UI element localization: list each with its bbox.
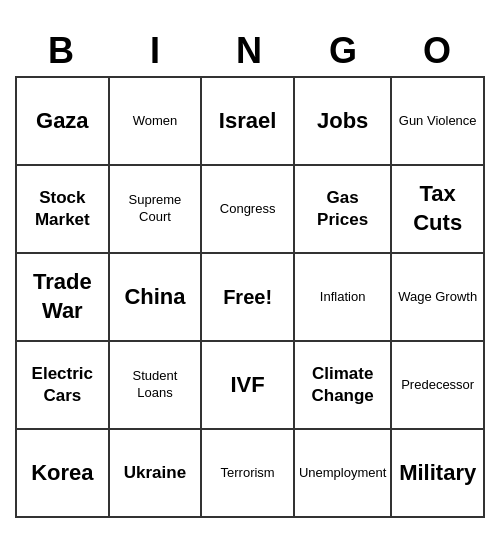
bingo-cell: Wage Growth [392,254,485,342]
bingo-cell: Israel [202,78,295,166]
bingo-cell: Student Loans [110,342,203,430]
bingo-cell: IVF [202,342,295,430]
bingo-cell: Terrorism [202,430,295,518]
bingo-header: BINGO [15,26,485,76]
bingo-cell: Jobs [295,78,392,166]
bingo-cell: Stock Market [17,166,110,254]
bingo-cell: China [110,254,203,342]
bingo-cell: Electric Cars [17,342,110,430]
bingo-cell: Korea [17,430,110,518]
bingo-cell: Supreme Court [110,166,203,254]
bingo-cell: Congress [202,166,295,254]
bingo-cell: Climate Change [295,342,392,430]
bingo-cell: Predecessor [392,342,485,430]
bingo-cell: Inflation [295,254,392,342]
bingo-cell: Free! [202,254,295,342]
bingo-cell: Ukraine [110,430,203,518]
bingo-cell: Gaza [17,78,110,166]
bingo-cell: Unemployment [295,430,392,518]
bingo-cell: Women [110,78,203,166]
bingo-cell: Military [392,430,485,518]
header-letter: B [15,26,109,76]
bingo-cell: Trade War [17,254,110,342]
header-letter: G [297,26,391,76]
bingo-grid: GazaWomenIsraelJobsGun ViolenceStock Mar… [15,76,485,518]
bingo-cell: Gas Prices [295,166,392,254]
bingo-cell: Tax Cuts [392,166,485,254]
bingo-cell: Gun Violence [392,78,485,166]
header-letter: I [109,26,203,76]
header-letter: O [391,26,485,76]
header-letter: N [203,26,297,76]
bingo-card: BINGO GazaWomenIsraelJobsGun ViolenceSto… [15,26,485,518]
